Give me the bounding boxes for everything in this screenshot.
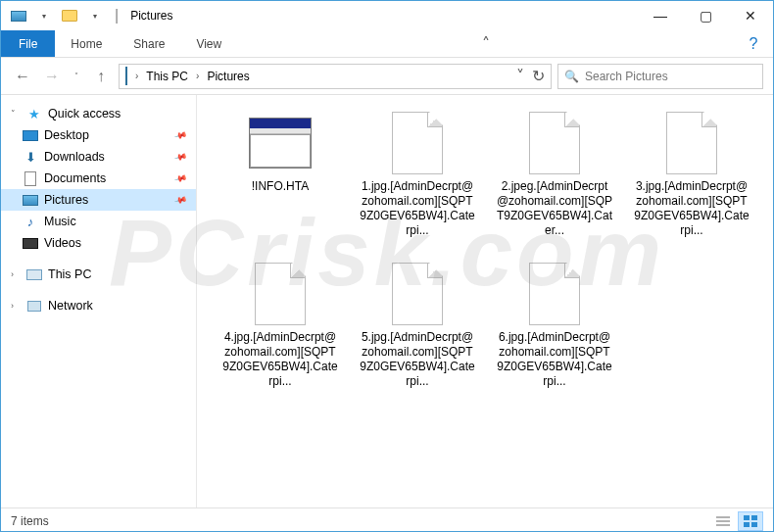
- sidebar-quick-access[interactable]: ˅ ★ Quick access: [1, 103, 196, 124]
- item-count: 7 items: [11, 514, 49, 528]
- up-arrow-icon: ↑: [97, 68, 105, 85]
- address-dropdown-icon[interactable]: ˅: [516, 67, 524, 85]
- sidebar-item-label: Downloads: [44, 150, 105, 164]
- tab-share[interactable]: Share: [118, 30, 180, 57]
- blank-file-icon: [529, 263, 580, 325]
- navigation-pane: ˅ ★ Quick access Desktop📌⬇Downloads📌Docu…: [1, 95, 197, 508]
- file-name-label: 1.jpg.[AdminDecrpt@zohomail.com][SQPT9Z0…: [359, 179, 476, 238]
- icons-view-icon: [744, 515, 757, 527]
- search-box[interactable]: 🔍 Search Pictures: [557, 64, 763, 89]
- refresh-icon[interactable]: ↻: [532, 67, 545, 85]
- blank-file-icon: [392, 263, 443, 325]
- file-pane[interactable]: !INFO.HTA1.jpg.[AdminDecrpt@zohomail.com…: [197, 95, 773, 508]
- breadcrumb-pictures[interactable]: Pictures: [207, 70, 249, 83]
- sidebar-this-pc[interactable]: › This PC: [1, 264, 196, 285]
- sidebar-item-label: Videos: [44, 236, 81, 250]
- chevron-right-icon[interactable]: ›: [135, 71, 138, 81]
- file-item[interactable]: 3.jpg.[AdminDecrpt@zohomail.com][SQPT9Z0…: [628, 111, 755, 238]
- expander-icon[interactable]: ›: [11, 269, 21, 279]
- tab-home[interactable]: Home: [55, 30, 118, 57]
- back-arrow-icon: ←: [15, 68, 30, 85]
- up-button[interactable]: ↑: [89, 65, 113, 88]
- details-view-button[interactable]: [710, 511, 736, 531]
- maximize-button[interactable]: ▢: [683, 1, 728, 30]
- sidebar-item-documents[interactable]: Documents📌: [1, 168, 196, 189]
- ribbon-expand-icon[interactable]: ˄: [466, 30, 506, 57]
- ribbon: File Home Share View ˄ ?: [1, 30, 773, 58]
- file-grid: !INFO.HTA1.jpg.[AdminDecrpt@zohomail.com…: [217, 111, 753, 389]
- file-thumbnail: [379, 111, 456, 175]
- desktop-icon: [23, 127, 38, 143]
- svg-rect-3: [744, 515, 750, 520]
- help-icon[interactable]: ?: [734, 30, 773, 57]
- hta-app-icon: [249, 118, 312, 169]
- window-buttons: — ▢ ✕: [638, 1, 773, 30]
- pin-icon: 📌: [173, 128, 188, 142]
- pin-icon: 📌: [173, 150, 188, 164]
- history-dropdown-icon[interactable]: ˅: [70, 72, 83, 80]
- file-name-label: 2.jpeg.[AdminDecrpt@zohomail.com][SQPT9Z…: [496, 179, 613, 238]
- file-name-label: 3.jpg.[AdminDecrpt@zohomail.com][SQPT9Z0…: [633, 179, 750, 238]
- forward-button[interactable]: →: [40, 65, 64, 88]
- chevron-right-icon[interactable]: ›: [196, 71, 199, 81]
- file-thumbnail: [242, 111, 318, 175]
- sidebar-item-desktop[interactable]: Desktop📌: [1, 124, 196, 146]
- network-icon: [26, 298, 42, 314]
- file-item[interactable]: 5.jpg.[AdminDecrpt@zohomail.com][SQPT9Z0…: [354, 262, 481, 389]
- file-item[interactable]: 2.jpeg.[AdminDecrpt@zohomail.com][SQPT9Z…: [491, 111, 618, 238]
- pin-icon: 📌: [173, 171, 188, 185]
- close-button[interactable]: ✕: [728, 1, 773, 30]
- breadcrumb-this-pc[interactable]: This PC: [146, 70, 188, 83]
- blank-file-icon: [392, 112, 443, 174]
- address-bar[interactable]: › This PC › Pictures ˅ ↻: [119, 64, 552, 89]
- file-thumbnail: [242, 262, 318, 326]
- pic-icon: [23, 192, 38, 208]
- sidebar-item-videos[interactable]: Videos: [1, 232, 196, 254]
- file-name-label: 5.jpg.[AdminDecrpt@zohomail.com][SQPT9Z0…: [359, 330, 476, 389]
- file-thumbnail: [516, 111, 593, 175]
- blank-file-icon: [255, 263, 306, 325]
- svg-rect-5: [744, 522, 750, 527]
- blank-file-icon: [529, 112, 580, 174]
- sidebar-item-label: Documents: [44, 171, 106, 185]
- window-title: Pictures: [130, 9, 172, 23]
- qat-overflow-icon[interactable]: ▾: [85, 8, 105, 24]
- main-area: ˅ ★ Quick access Desktop📌⬇Downloads📌Docu…: [1, 95, 773, 508]
- expander-icon[interactable]: ›: [11, 301, 21, 311]
- qat-dropdown-icon[interactable]: ▾: [34, 8, 54, 24]
- sidebar-item-label: Pictures: [44, 193, 88, 207]
- sidebar-item-music[interactable]: ♪Music: [1, 211, 196, 232]
- title-bar: ▾ ▾ | Pictures — ▢ ✕: [1, 1, 773, 30]
- icons-view-button[interactable]: [738, 511, 763, 531]
- file-item[interactable]: 6.jpg.[AdminDecrpt@zohomail.com][SQPT9Z0…: [491, 262, 618, 389]
- sidebar-network[interactable]: › Network: [1, 295, 196, 316]
- file-thumbnail: [653, 111, 730, 175]
- details-view-icon: [716, 515, 730, 527]
- title-separator: |: [115, 7, 119, 24]
- sidebar-item-label: Network: [48, 299, 93, 313]
- file-item[interactable]: 1.jpg.[AdminDecrpt@zohomail.com][SQPT9Z0…: [354, 111, 481, 238]
- minimize-button[interactable]: —: [638, 1, 683, 30]
- expander-icon[interactable]: ˅: [11, 109, 21, 119]
- navigation-row: ← → ˅ ↑ › This PC › Pictures ˅ ↻ 🔍 Searc…: [1, 58, 773, 95]
- sidebar-item-downloads[interactable]: ⬇Downloads📌: [1, 146, 196, 168]
- file-tab[interactable]: File: [1, 30, 55, 57]
- svg-rect-4: [751, 515, 757, 520]
- tab-view[interactable]: View: [180, 30, 237, 57]
- video-icon: [23, 235, 38, 251]
- star-icon: ★: [26, 106, 42, 121]
- back-button[interactable]: ←: [11, 65, 34, 88]
- forward-arrow-icon: →: [44, 68, 60, 85]
- down-icon: ⬇: [23, 149, 38, 165]
- sidebar-item-label: Quick access: [48, 107, 121, 121]
- file-item[interactable]: !INFO.HTA: [217, 111, 344, 238]
- sidebar-item-label: Desktop: [44, 128, 89, 142]
- status-bar: 7 items: [1, 508, 773, 532]
- sidebar-item-pictures[interactable]: Pictures📌: [1, 189, 196, 211]
- doc-icon: [23, 170, 38, 186]
- file-item[interactable]: 4.jpg.[AdminDecrpt@zohomail.com][SQPT9Z0…: [217, 262, 344, 389]
- sidebar-item-label: Music: [44, 215, 76, 228]
- search-placeholder: Search Pictures: [585, 70, 668, 83]
- file-name-label: 4.jpg.[AdminDecrpt@zohomail.com][SQPT9Z0…: [221, 330, 339, 389]
- file-name-label: !INFO.HTA: [221, 179, 339, 194]
